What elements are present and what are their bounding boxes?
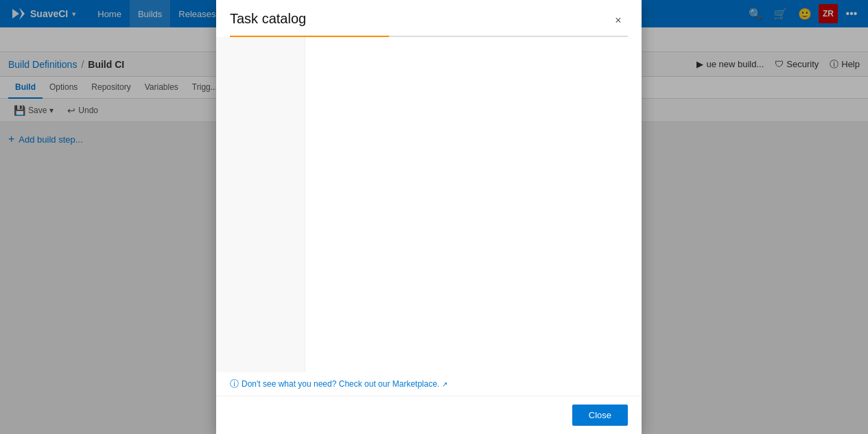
info-icon: ⓘ: [230, 378, 239, 390]
task-catalog-dialog: Task catalog × ⓘ Don't see what you need…: [216, 0, 642, 434]
dialog-progress-bar: [230, 36, 628, 37]
marketplace-link[interactable]: ⓘ Don't see what you need? Check out our…: [216, 372, 642, 396]
dialog-footer: Close: [216, 396, 642, 434]
dialog-title: Task catalog: [230, 11, 306, 27]
marketplace-text: Don't see what you need? Check out our M…: [242, 379, 439, 389]
modal-overlay: Task catalog × ⓘ Don't see what you need…: [0, 0, 868, 434]
dialog-close-btn[interactable]: Close: [572, 405, 628, 426]
progress-fill: [230, 36, 389, 37]
dialog-content: [305, 37, 642, 372]
dialog-header: Task catalog ×: [216, 0, 642, 30]
dialog-sidebar: [216, 37, 305, 372]
dialog-close-button[interactable]: ×: [609, 11, 628, 30]
external-link-icon: ↗: [442, 381, 447, 388]
dialog-body: [216, 37, 642, 372]
